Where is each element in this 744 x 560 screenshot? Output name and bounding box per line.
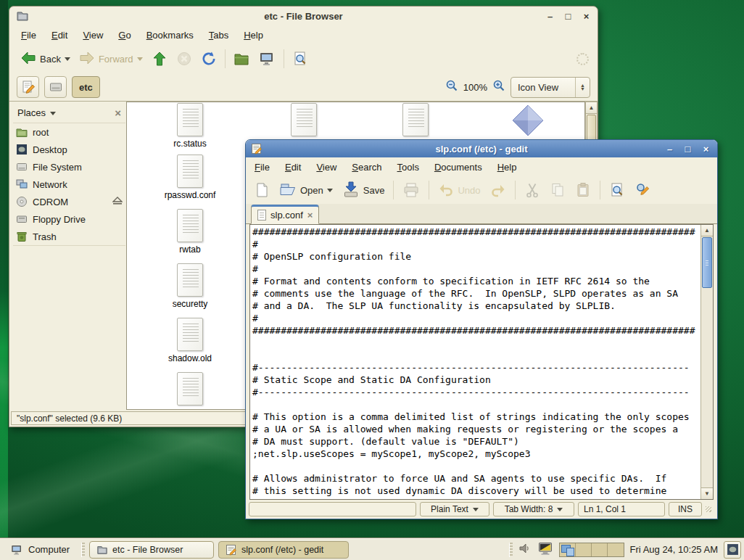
replace-button[interactable] (631, 180, 656, 200)
menu-documents[interactable]: Documents (434, 162, 482, 173)
maximize-icon[interactable]: □ (563, 11, 574, 22)
sidebar-item-cdrom[interactable]: CDROM (13, 193, 125, 210)
open-dropdown-icon[interactable] (327, 189, 333, 195)
menu-help[interactable]: Help (497, 162, 517, 173)
sidebar-item-root[interactable]: root (13, 123, 125, 141)
menu-tabs[interactable]: Tabs (209, 30, 228, 41)
places-header[interactable]: Places (17, 107, 46, 118)
cut-button[interactable] (521, 180, 544, 200)
file-rc-status[interactable]: rc.status (143, 103, 237, 149)
close-icon[interactable]: × (700, 144, 711, 155)
workspace-4[interactable] (608, 543, 624, 556)
taskbar-panel: Computer etc - File Browser slp.conf (/e… (0, 538, 744, 560)
sidebar-item-trash[interactable]: Trash (13, 228, 125, 245)
menu-edit[interactable]: Edit (51, 30, 67, 41)
tab-close-icon[interactable]: × (307, 210, 313, 221)
print-button[interactable] (399, 180, 423, 200)
sidebar-close-icon[interactable]: × (115, 107, 121, 119)
workspace-2[interactable] (576, 543, 592, 556)
find-button[interactable] (605, 180, 629, 200)
panel-grip[interactable] (81, 543, 85, 557)
menu-view[interactable]: View (316, 162, 336, 173)
scrollbar-thumb[interactable] (702, 237, 712, 288)
redo-button[interactable] (487, 180, 510, 200)
resize-grip[interactable] (706, 506, 711, 512)
tab-width-select[interactable]: Tab Width: 8 (493, 502, 574, 516)
cut-scissors-icon (524, 182, 540, 198)
file-rwtab[interactable]: rwtab (143, 209, 237, 255)
computer-menu-button[interactable]: Computer (3, 540, 77, 559)
forward-button[interactable]: Forward (75, 48, 146, 70)
new-document-button[interactable] (250, 180, 273, 200)
tab-slp-conf[interactable]: slp.conf × (251, 205, 319, 224)
path-segment-etc-button[interactable]: etc (72, 76, 100, 98)
save-button[interactable]: Save (339, 178, 389, 202)
file-rpasswd-conf[interactable]: rpasswd.conf (143, 155, 237, 200)
workspace-3[interactable] (592, 543, 608, 556)
volume-icon[interactable] (518, 542, 532, 558)
computer-button[interactable] (255, 48, 279, 70)
root-path-button[interactable] (44, 76, 67, 98)
menu-search[interactable]: Search (352, 162, 381, 173)
menu-view[interactable]: View (83, 30, 103, 41)
task-file-browser[interactable]: etc - File Browser (89, 541, 214, 559)
edit-location-button[interactable] (17, 76, 39, 98)
eject-icon[interactable] (112, 197, 123, 207)
folder-icon (96, 544, 108, 556)
back-button[interactable]: Back (17, 48, 74, 70)
workspace-1[interactable] (560, 543, 576, 556)
paste-button[interactable] (571, 180, 595, 200)
back-dropdown-icon[interactable] (65, 57, 70, 64)
panel-grip[interactable] (509, 543, 513, 557)
file-slp-spi[interactable]: slp.spi (143, 372, 237, 410)
forward-dropdown-icon[interactable] (137, 57, 143, 64)
file-shadow-old[interactable]: shadow.old (143, 318, 237, 363)
sidebar-item-filesystem[interactable]: File System (13, 158, 125, 176)
home-button[interactable] (230, 49, 253, 69)
workspace-switcher[interactable] (559, 543, 624, 557)
gedit-titlebar[interactable]: slp.conf (/etc) - gedit – □ × (246, 140, 717, 157)
search-button[interactable] (289, 49, 312, 69)
editor-text[interactable]: ########################################… (250, 225, 700, 499)
minimize-icon[interactable]: – (545, 11, 555, 22)
scroll-up-icon[interactable]: ▲ (586, 102, 597, 114)
print-icon (402, 182, 420, 198)
menu-file[interactable]: File (255, 162, 270, 173)
window-title: slp.conf (/etc) - gedit (246, 144, 717, 155)
zoom-out-icon[interactable] (445, 79, 458, 95)
maximize-icon[interactable]: □ (682, 144, 693, 155)
open-button[interactable]: Open (276, 179, 336, 202)
menu-tools[interactable]: Tools (397, 162, 419, 173)
sidebar-item-floppy[interactable]: Floppy Drive (13, 210, 125, 228)
close-icon[interactable]: × (581, 11, 592, 22)
clock[interactable]: Fri Aug 24, 10:25 AM (630, 544, 718, 555)
places-dropdown-icon[interactable] (50, 112, 56, 118)
menu-file[interactable]: File (21, 30, 36, 41)
view-mode-stepper-icon[interactable]: ▲▼ (575, 78, 590, 97)
editor-scrollbar[interactable]: ▲ ▼ (700, 225, 713, 499)
display-settings-icon[interactable] (537, 541, 553, 559)
copy-button[interactable] (546, 180, 569, 200)
view-mode-select[interactable]: Icon View ▲▼ (511, 77, 590, 98)
task-gedit[interactable]: slp.conf (/etc) - gedit (218, 541, 349, 559)
zoom-in-icon[interactable] (492, 79, 505, 95)
stop-button[interactable] (173, 49, 196, 69)
file-browser-titlebar[interactable]: etc - File Browser – □ × (9, 7, 598, 25)
file-securetty[interactable]: securetty (143, 263, 237, 309)
menu-bookmarks[interactable]: Bookmarks (146, 30, 194, 41)
up-button[interactable] (148, 49, 171, 69)
undo-button[interactable]: Undo (434, 179, 484, 202)
scroll-up-icon[interactable]: ▲ (701, 225, 713, 236)
minimize-icon[interactable]: – (664, 144, 675, 155)
sidebar-item-network[interactable]: Network (13, 176, 125, 193)
language-select[interactable]: Plain Text (420, 502, 489, 516)
sidebar-item-desktop[interactable]: Desktop (13, 141, 125, 158)
show-desktop-button[interactable] (724, 541, 741, 559)
menu-go[interactable]: Go (118, 30, 131, 41)
menu-edit[interactable]: Edit (285, 162, 301, 173)
menu-help[interactable]: Help (244, 30, 263, 41)
reload-button[interactable] (197, 49, 220, 69)
scroll-down-icon[interactable]: ▼ (701, 487, 713, 499)
new-document-icon (254, 182, 270, 198)
gedit-text-area[interactable]: ########################################… (249, 224, 714, 500)
